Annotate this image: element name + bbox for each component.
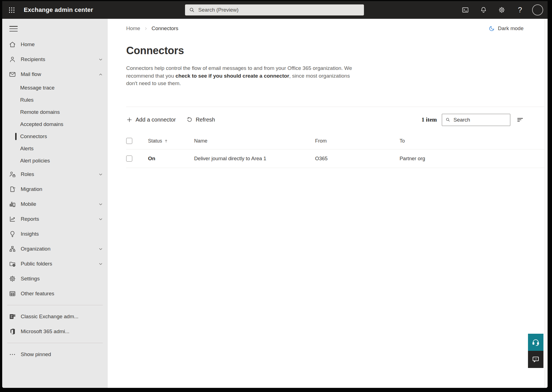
notifications-button[interactable]: [477, 4, 490, 16]
refresh-icon: [186, 117, 193, 123]
filter-button[interactable]: [515, 115, 525, 125]
search-icon: [189, 7, 195, 13]
table-header-row: Status Name From To: [126, 133, 545, 149]
sidebar-item-connectors[interactable]: Connectors: [2, 130, 108, 143]
sidebar-item-mobile[interactable]: Mobile: [2, 197, 108, 212]
insights-icon: [9, 230, 16, 238]
sidebar-item-show-pinned[interactable]: Show pinned: [2, 347, 108, 362]
sidebar-item-rules[interactable]: Rules: [2, 94, 108, 106]
sidebar-item-label: Classic Exchange adm...: [21, 314, 78, 320]
list-search-box[interactable]: [442, 114, 510, 126]
status-header-label: Status: [148, 138, 162, 144]
table-body: On Deliver journal directly to Area 1 O3…: [126, 149, 545, 168]
sidebar-item-label: Other features: [21, 291, 54, 297]
vertical-scrollbar[interactable]: [545, 19, 548, 388]
app-title: Exchange admin center: [24, 6, 93, 14]
table-row[interactable]: On Deliver journal directly to Area 1 O3…: [126, 149, 545, 168]
sidebar-item-mail-flow[interactable]: Mail flow: [2, 67, 108, 82]
roles-icon: [9, 171, 16, 178]
global-search-box[interactable]: [185, 4, 364, 15]
chevron-down-icon: [98, 217, 103, 222]
sidebar-item-alert-policies[interactable]: Alert policies: [2, 155, 108, 167]
sidebar-item-message-trace[interactable]: Message trace: [2, 82, 108, 94]
mailflow-icon: [9, 71, 16, 78]
sidebar-item-alerts[interactable]: Alerts: [2, 143, 108, 155]
sidebar-item-label: Alert policies: [20, 158, 50, 164]
account-avatar[interactable]: [532, 4, 543, 15]
sidebar-item-other-features[interactable]: Other features: [2, 286, 108, 301]
sidebar-item-label: Alerts: [20, 146, 34, 152]
recipients-icon: [9, 56, 16, 63]
feedback-chat-button[interactable]: [528, 351, 543, 368]
select-all-checkbox[interactable]: [126, 138, 132, 144]
reports-icon: [9, 215, 16, 223]
sidebar-item-migration[interactable]: Migration: [2, 182, 108, 197]
sidebar-item-label: Migration: [21, 186, 42, 192]
breadcrumb: Home Connectors: [126, 25, 545, 32]
sidebar-item-accepted-domains[interactable]: Accepted domains: [2, 118, 108, 130]
page-title: Connectors: [126, 45, 545, 57]
cell-status: On: [148, 156, 194, 162]
waffle-icon: [8, 6, 15, 14]
sidebar-item-settings[interactable]: Settings: [2, 271, 108, 286]
main-content: Home Connectors Dark mode Connectors Con…: [108, 19, 545, 388]
sidebar-item-label: Settings: [21, 276, 40, 282]
sidebar-item-microsoft-365[interactable]: Microsoft 365 admi...: [2, 324, 108, 339]
exchange-admin-window: Exchange admin center ? HomeRecipientsMa…: [2, 1, 548, 388]
row-checkbox[interactable]: [126, 156, 132, 162]
list-toolbar: Add a connector Refresh 1 item: [126, 107, 545, 133]
home-icon: [9, 41, 16, 48]
migration-icon: [9, 186, 16, 193]
column-header-from[interactable]: From: [315, 138, 400, 144]
breadcrumb-home-link[interactable]: Home: [126, 25, 140, 31]
breadcrumb-separator-icon: [144, 27, 148, 31]
items-count: 1 item: [422, 116, 437, 123]
sidebar-item-label: Remote domains: [20, 109, 60, 115]
settings-button[interactable]: [496, 4, 508, 16]
dark-mode-toggle[interactable]: Dark mode: [488, 25, 524, 32]
chat-bubble-icon: [532, 355, 540, 364]
nav-list: HomeRecipientsMail flowMessage traceRule…: [2, 37, 108, 362]
sidebar-item-label: Organization: [21, 246, 51, 252]
sidebar-item-label: Microsoft 365 admi...: [21, 328, 69, 335]
sidebar-item-recipients[interactable]: Recipients: [2, 52, 108, 67]
sidebar-item-label: Accepted domains: [20, 121, 63, 127]
sidebar-item-home[interactable]: Home: [2, 37, 108, 52]
app-launcher-button[interactable]: [4, 1, 19, 19]
sidebar-item-organization[interactable]: Organization: [2, 241, 108, 256]
sidebar-item-public-folders[interactable]: Public folders: [2, 256, 108, 271]
sidebar-item-roles[interactable]: Roles: [2, 167, 108, 182]
sidebar-item-label: Insights: [21, 231, 39, 237]
sidebar-item-insights[interactable]: Insights: [2, 227, 108, 241]
sidebar-item-label: Home: [21, 41, 35, 48]
column-header-name[interactable]: Name: [194, 138, 315, 144]
left-navigation: HomeRecipientsMail flowMessage traceRule…: [2, 19, 108, 388]
sidebar-item-classic-exchange[interactable]: Classic Exchange adm...: [2, 309, 108, 324]
sidebar-item-label: Message trace: [20, 85, 55, 91]
dark-mode-label: Dark mode: [498, 25, 524, 31]
collapse-nav-button[interactable]: [9, 26, 18, 31]
sidebar-item-remote-domains[interactable]: Remote domains: [2, 106, 108, 118]
sidebar-item-label: Public folders: [21, 261, 52, 267]
cell-to: Partner org: [400, 156, 545, 162]
plus-icon: [126, 117, 133, 123]
sidebar-item-label: Show pinned: [21, 351, 51, 357]
refresh-button[interactable]: Refresh: [186, 117, 215, 123]
help-button[interactable]: ?: [514, 4, 526, 16]
mobile-icon: [9, 201, 16, 208]
support-button[interactable]: [528, 334, 543, 351]
sidebar-item-label: Roles: [21, 171, 34, 177]
cell-from: O365: [315, 156, 400, 162]
column-header-to[interactable]: To: [400, 138, 545, 144]
chevron-up-icon: [98, 72, 103, 77]
sidebar-divider: [7, 305, 103, 305]
cloud-shell-button[interactable]: [459, 4, 471, 16]
description-emphasis: check to see if you should create a conn…: [175, 73, 289, 79]
top-bar-actions: ?: [459, 4, 548, 16]
bell-icon: [480, 6, 487, 14]
sidebar-item-reports[interactable]: Reports: [2, 212, 108, 227]
global-search-input[interactable]: [198, 7, 360, 13]
add-connector-button[interactable]: Add a connector: [126, 117, 176, 123]
column-header-status[interactable]: Status: [148, 138, 194, 144]
list-search-input[interactable]: [453, 117, 507, 123]
